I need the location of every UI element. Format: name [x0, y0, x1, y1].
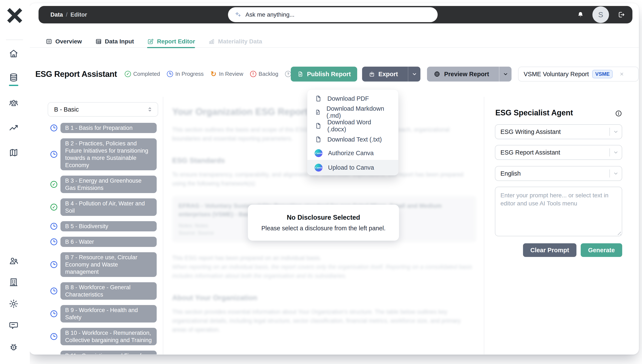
select-value: ESG Report Assistant — [500, 149, 560, 156]
chevron-down-icon — [613, 129, 619, 135]
search-input[interactable] — [246, 11, 431, 18]
file-icon — [314, 122, 322, 130]
menu-item-upload-to-canva[interactable]: Canva Upload to Canva — [308, 160, 398, 175]
trending-up-icon[interactable] — [9, 123, 18, 133]
disclosure-pill[interactable]: B 11 - Convictions and Fines for Corrupt… — [60, 350, 157, 355]
legend-label: In Progress — [176, 71, 204, 77]
bar-chart-icon — [208, 38, 215, 45]
prompt-textarea[interactable] — [495, 187, 622, 236]
menu-item-download-pdf[interactable]: Canva Download PDF — [308, 92, 398, 105]
menu-item-download-text[interactable]: Canva Download Text (.txt) — [308, 132, 398, 146]
vsme-badge: VSME — [592, 70, 612, 78]
table-icon — [95, 38, 102, 45]
disclosure-pill[interactable]: B 6 - Water — [60, 237, 157, 247]
preview-label: Preview Report — [444, 71, 489, 78]
clear-prompt-button[interactable]: Clear Prompt — [523, 243, 576, 257]
status-legend: Completed In Progress In Review Backlog … — [125, 71, 308, 77]
tab-materiality-data: Materiality Data — [208, 35, 262, 48]
disclosure-item-b11[interactable]: B 11 - Convictions and Fines for Corrupt… — [50, 350, 157, 355]
report-paragraph: This section provides essential informat… — [172, 308, 476, 334]
chevron-down-icon — [613, 170, 619, 176]
tab-report-editor[interactable]: Report Editor — [147, 35, 195, 48]
disclosure-pill[interactable]: B 3 - Energy and Greenhouse Gas Emission… — [60, 176, 157, 193]
disclosure-item-b1[interactable]: B 1 - Basis for Preparation — [50, 123, 157, 133]
language-select[interactable]: English — [495, 166, 622, 181]
organization-icon[interactable] — [9, 277, 18, 287]
preview-main[interactable]: Preview Report — [427, 67, 496, 82]
backlog-alert-icon — [250, 71, 256, 77]
disclosure-pill[interactable]: B 10 - Workforce - Remuneration, Collect… — [60, 328, 157, 345]
contacts-icon[interactable] — [9, 256, 18, 266]
export-dropdown-toggle[interactable] — [408, 67, 420, 82]
tab-data-input[interactable]: Data Input — [95, 35, 134, 48]
disclosure-pill[interactable]: B 1 - Basis for Preparation — [60, 123, 157, 133]
info-icon[interactable] — [615, 110, 622, 117]
disclosure-pill[interactable]: B 7 - Resource use, Circular Economy and… — [60, 252, 157, 277]
disclosure-item-b9[interactable]: B 9 - Workforce - Health and Safety — [50, 305, 157, 322]
assistant-mode-select[interactable]: ESG Writing Assistant — [495, 124, 622, 139]
ask-anything-search[interactable] — [228, 7, 438, 22]
map-icon[interactable] — [9, 148, 18, 158]
notifications-bell-icon[interactable] — [577, 11, 584, 18]
publish-report-button[interactable]: Publish Report — [291, 67, 357, 82]
disclosure-item-b8[interactable]: B 8 - Workforce - General Characteristic… — [50, 282, 157, 300]
left-rail — [0, 0, 30, 364]
document-icon — [297, 71, 304, 77]
agent-type-select[interactable]: ESG Report Assistant — [495, 145, 622, 160]
disclosure-pill[interactable]: B 2 - Practices, Policies and Future Ini… — [60, 138, 157, 170]
clear-selection-x-icon[interactable] — [619, 71, 624, 77]
disclosure-item-b3[interactable]: B 3 - Energy and Greenhouse Gas Emission… — [50, 176, 157, 193]
generate-button[interactable]: Generate — [581, 243, 622, 257]
breadcrumb-separator: / — [66, 12, 68, 18]
select-value: English — [500, 170, 521, 177]
disclosure-status-icon — [50, 204, 57, 210]
disclosure-status-icon — [50, 310, 57, 317]
disclosure-pill[interactable]: B 9 - Workforce - Health and Safety — [60, 305, 157, 322]
team-icon[interactable] — [9, 98, 18, 108]
disclosure-item-b4[interactable]: B 4 - Pollution of Air, Water and Soil — [50, 198, 157, 216]
module-select[interactable]: B - Basic — [48, 102, 158, 117]
tab-label: Data Input — [105, 38, 134, 45]
menu-item-label: Upload to Canva — [328, 164, 374, 171]
brand-x-logo — [6, 7, 23, 24]
debug-bug-icon[interactable] — [9, 342, 18, 352]
menu-item-download-word[interactable]: Canva Download Word (.docx) — [308, 119, 398, 132]
tab-bar: Overview Data Input Report Editor Materi… — [46, 35, 262, 48]
tab-label: Materiality Data — [218, 38, 262, 45]
menu-item-authorize-canva[interactable]: Canva Authorize Canva — [308, 146, 398, 160]
settings-gear-icon[interactable] — [9, 299, 18, 309]
preview-report-button[interactable]: Preview Report — [427, 67, 512, 82]
feedback-chat-icon[interactable] — [9, 320, 18, 330]
disclosure-item-b10[interactable]: B 10 - Workforce - Remuneration, Collect… — [50, 328, 157, 345]
menu-item-download-markdown[interactable]: Canva Download Markdown (.md) — [308, 105, 398, 119]
report-paragraph: This ESG report has been prepared on an … — [172, 254, 476, 262]
disclosure-pill[interactable]: B 8 - Workforce - General Characteristic… — [60, 282, 157, 300]
breadcrumb-page[interactable]: Editor — [70, 12, 87, 18]
tab-overview[interactable]: Overview — [46, 35, 82, 48]
logout-icon[interactable] — [617, 11, 625, 19]
home-icon[interactable] — [9, 49, 18, 58]
preview-dropdown-toggle[interactable] — [499, 67, 512, 82]
legend-label: Completed — [133, 71, 160, 77]
database-icon[interactable] — [9, 72, 18, 82]
tab-label: Overview — [55, 38, 82, 45]
edit-pencil-icon — [147, 38, 154, 45]
disclosure-status-icon — [50, 261, 57, 268]
topbar-actions: S — [577, 6, 625, 24]
editor-right-divider — [484, 97, 484, 354]
breadcrumb-section[interactable]: Data — [50, 12, 63, 18]
disclosure-item-b2[interactable]: B 2 - Practices, Policies and Future Ini… — [50, 138, 157, 170]
disclosure-pill[interactable]: B 5 - Biodiversity — [60, 221, 157, 232]
report-select[interactable]: VSME Voluntary Report VSME — [518, 67, 638, 82]
user-avatar[interactable]: S — [592, 6, 609, 23]
disclosure-item-b7[interactable]: B 7 - Resource use, Circular Economy and… — [50, 252, 157, 277]
export-main[interactable]: Export — [362, 67, 404, 82]
file-lines-icon — [314, 108, 321, 116]
disclosure-pill[interactable]: B 4 - Pollution of Air, Water and Soil — [60, 198, 157, 216]
rail-active-indicator — [9, 85, 18, 86]
rail-divider — [6, 40, 23, 40]
export-button[interactable]: Export — [362, 67, 420, 82]
disclosure-item-b6[interactable]: B 6 - Water — [50, 237, 157, 247]
legend-label: Backlog — [259, 71, 278, 77]
disclosure-item-b5[interactable]: B 5 - Biodiversity — [50, 221, 157, 232]
